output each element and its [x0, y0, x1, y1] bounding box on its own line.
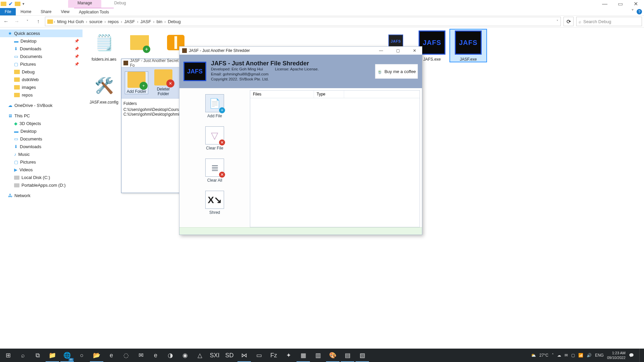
search-input[interactable]: ⌕ Search Debug — [576, 17, 642, 26]
taskbar-app-app9[interactable]: ▦ — [296, 349, 311, 362]
nav-quick-access[interactable]: ★ Quick access — [0, 29, 83, 37]
buy-coffee-button[interactable]: 🍵 Buy me a coffee — [375, 64, 418, 79]
clock[interactable]: 1:23 AM 09/10/2022 — [607, 351, 626, 360]
nav-back-button[interactable]: ← — [2, 17, 10, 25]
explorer-minimize-button[interactable]: — — [597, 0, 612, 8]
nav-quick-item[interactable]: ▢Pictures — [0, 60, 83, 68]
context-tab-manage[interactable]: Manage — [68, 0, 101, 8]
jasf-secret-folder-window[interactable]: JASF - Just Another Secret Fo + Add Fold… — [121, 59, 185, 193]
nav-this-pc[interactable]: 🖥This PC — [0, 112, 83, 120]
taskbar-app-taskview[interactable]: ⧉ — [30, 349, 45, 362]
add-folder-button[interactable]: + Add Folder — [125, 71, 148, 94]
jasf-secret-titlebar[interactable]: JASF - Just Another Secret Fo — [121, 59, 184, 67]
nav-quick-item[interactable]: Debug — [0, 68, 83, 76]
nav-onedrive[interactable]: ☁OneDrive - SVBook — [0, 102, 83, 109]
column-header-files[interactable]: Files — [250, 90, 314, 98]
qat-folder-open-icon[interactable] — [15, 2, 20, 6]
breadcrumb[interactable]: Ming Hui Goh — [56, 19, 85, 24]
nav-pc-item[interactable]: ▢Pictures — [0, 158, 83, 166]
clear-file-button[interactable]: ▽✕ Clear File — [204, 126, 226, 150]
notifications-icon[interactable]: 💬 — [629, 353, 634, 358]
taskbar-app-app11[interactable]: ▤ — [340, 349, 355, 362]
nav-quick-item[interactable]: repos — [0, 91, 83, 99]
breadcrumb[interactable]: repos — [107, 19, 120, 24]
nav-pc-item[interactable]: ⬇Downloads — [0, 143, 83, 150]
shred-button[interactable]: X↘ Shred — [204, 191, 226, 215]
nav-pc-item[interactable]: ▬Desktop — [0, 127, 83, 135]
ribbon-tab-share[interactable]: Share — [36, 8, 56, 15]
chevron-right-icon[interactable]: › — [53, 19, 56, 24]
mail-tray-icon[interactable]: ✉ — [565, 353, 568, 358]
nav-pc-item[interactable]: PortableApps.com (D:) — [0, 181, 83, 189]
taskbar-app-app3[interactable]: ◑ — [163, 349, 178, 362]
qat-check-icon[interactable]: ✔ — [8, 1, 13, 7]
taskbar-app-search[interactable]: ⌕ — [15, 349, 30, 362]
nav-quick-item[interactable]: dstkWeb — [0, 76, 83, 83]
taskbar-app-app5[interactable]: △ — [193, 349, 207, 362]
taskbar[interactable]: ⊞⌕⧉📁🌐85○📂e◌✉e◑◉△SXISD⋈▭Fz✦▦▥🎨▤▧ ⛅ 27°C ˄… — [0, 349, 644, 362]
nav-pc-item[interactable]: ♪Music — [0, 150, 83, 158]
explorer-maximize-button[interactable]: ▭ — [612, 0, 628, 8]
taskbar-app-explorer2[interactable]: 📂 — [89, 349, 104, 362]
file-item-selected[interactable]: JAFS JASF.exe — [450, 29, 486, 62]
breadcrumb[interactable]: JASF — [123, 19, 136, 24]
system-tray[interactable]: ⛅ 27°C ˄ ☁ ✉ ▢ 📶 🔊 ENG 1:23 AM 09/10/202… — [531, 349, 643, 362]
taskbar-app-app8[interactable]: ✦ — [281, 349, 296, 362]
lang-indicator[interactable]: ENG — [595, 353, 604, 358]
nav-recent-button[interactable]: ˅ — [23, 17, 32, 25]
taskbar-app-app12[interactable]: ▧ — [355, 349, 370, 362]
tray-chevron-icon[interactable]: ˄ — [552, 353, 554, 358]
ribbon-help-button[interactable]: ? — [637, 9, 642, 14]
explorer-titlebar[interactable]: ✔ ▾ Manage Debug — ▭ ✕ — [0, 0, 644, 8]
jafs-maximize-button[interactable]: ▢ — [390, 47, 405, 55]
ribbon-tab-apptools[interactable]: Application Tools — [74, 8, 114, 16]
file-item[interactable]: + — [121, 29, 158, 57]
refresh-button[interactable]: ⟳ — [564, 17, 574, 26]
wifi-icon[interactable]: 📶 — [578, 353, 583, 358]
taskbar-app-fz[interactable]: Fz — [266, 349, 281, 362]
weather-temp[interactable]: 27°C — [539, 353, 548, 358]
jafs-window[interactable]: JASF - Just Another File Shredder — ▢ ✕ … — [179, 46, 422, 235]
taskbar-app-edge-tab[interactable]: 🌐85 — [60, 349, 74, 362]
breadcrumb[interactable]: bin — [155, 19, 164, 24]
nav-pc-item[interactable]: Local Disk (C:) — [0, 174, 83, 181]
weather-icon[interactable]: ⛅ — [531, 353, 536, 358]
taskbar-app-chrome[interactable]: ○ — [74, 349, 89, 362]
battery-icon[interactable]: ▢ — [571, 353, 575, 358]
volume-icon[interactable]: 🔊 — [587, 353, 592, 358]
clear-all-button[interactable]: ≣✕ Clear All — [204, 159, 226, 183]
taskbar-app-app10[interactable]: ▥ — [311, 349, 325, 362]
nav-network[interactable]: 🖧Network — [0, 192, 83, 199]
ribbon-file-tab[interactable]: File — [0, 8, 16, 15]
qat-folder-icon[interactable] — [1, 2, 6, 6]
nav-quick-item[interactable]: images — [0, 83, 83, 91]
taskbar-app-explorer[interactable]: 📁 — [45, 349, 60, 362]
file-item[interactable]: 🛠️ JASF.exe.config — [86, 72, 122, 105]
jafs-titlebar[interactable]: JASF - Just Another File Shredder — ▢ ✕ — [179, 47, 422, 55]
nav-pc-item[interactable]: ▭Documents — [0, 135, 83, 143]
add-file-button[interactable]: 📄+ Add File — [204, 94, 226, 118]
taskbar-app-start[interactable]: ⊞ — [1, 349, 15, 362]
nav-forward-button[interactable]: → — [13, 17, 21, 25]
list-item[interactable]: C:\Users\gohmi\Desktop\gohminghu — [123, 112, 182, 117]
taskbar-app-vs[interactable]: ⋈ — [237, 349, 252, 362]
nav-up-button[interactable]: ↑ — [34, 17, 42, 25]
nav-quick-item[interactable]: ▭Documents — [0, 53, 83, 60]
navigation-pane[interactable]: ★ Quick access ▬Desktop ⬇Downloads ▭Docu… — [0, 27, 83, 349]
nav-quick-item[interactable]: ▬Desktop — [0, 37, 83, 45]
ribbon-chevron-icon[interactable]: ˅ — [631, 8, 634, 15]
show-desktop-button[interactable] — [639, 349, 641, 362]
breadcrumb[interactable]: Debug — [166, 19, 182, 24]
taskbar-app-ie[interactable]: e — [148, 349, 163, 362]
taskbar-app-paint[interactable]: 🎨 — [325, 349, 340, 362]
taskbar-app-app7[interactable]: SD — [222, 349, 237, 362]
nav-pc-item[interactable]: ◆3D Objects — [0, 120, 83, 127]
address-bar[interactable]: › Ming Hui Goh› source› repos› JASF› JAS… — [45, 17, 561, 26]
ribbon-tab-view[interactable]: View — [56, 8, 74, 15]
breadcrumb[interactable]: JASF — [139, 19, 153, 24]
qat-chevron-icon[interactable]: ▾ — [22, 2, 24, 6]
folder-list[interactable]: Folders C:\Users\gohmi\Desktop\Courses C… — [121, 99, 184, 119]
onedrive-tray-icon[interactable]: ☁ — [557, 353, 561, 358]
nav-quick-item[interactable]: ⬇Downloads — [0, 45, 83, 53]
list-item[interactable]: C:\Users\gohmi\Desktop\Courses — [123, 107, 182, 112]
